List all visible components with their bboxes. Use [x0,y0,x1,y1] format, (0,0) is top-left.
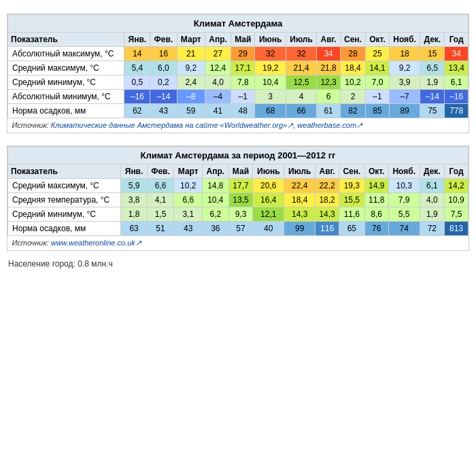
cell-r0-c0: 14 [124,47,150,61]
cell-r3-c1: –14 [150,90,177,104]
cell-r0-c8: 19,3 [339,179,365,193]
row-label-0: Средний максимум, °С [8,179,121,193]
table-row: Средний минимум, °С1,81,53,16,29,312,114… [8,207,469,222]
col-header-Янв.: Янв. [124,33,150,47]
cell-r4-c0: 62 [124,104,150,118]
cell-r2-c5: 12,1 [253,207,284,222]
col-header-Фев.: Фев. [150,33,177,47]
cell-r2-c8: 10,2 [340,75,365,90]
table1-source-link2[interactable]: weatherbase.com↗ [297,121,362,129]
cell-r4-c8: 82 [340,104,365,118]
table-row: Средний минимум, °С0,50,22,44,07,810,412… [8,75,469,90]
table1-source-link1[interactable]: Климатические данные Амстердама на сайте… [51,121,294,129]
cell-r3-c1: 51 [147,222,174,236]
col-header-Окт.: Окт. [366,33,390,47]
cell-r3-c4: 57 [228,222,253,236]
table1-caption: Климат Амстердама [8,15,469,33]
cell-r2-c2: 2,4 [177,75,205,90]
cell-r2-c9: 7,0 [366,75,390,90]
cell-r2-c10: 5,5 [388,207,420,222]
col-header-Авг.: Авг. [316,165,339,179]
cell-r0-c7: 34 [317,47,341,61]
cell-r3-c0: –16 [124,90,150,104]
cell-r2-c10: 3,9 [389,75,420,90]
cell-r0-c9: 25 [366,47,390,61]
col-header-Год: Год [445,33,469,47]
table1-source: Источник: Климатические данные Амстердам… [8,118,469,133]
cell-r4-c11: 75 [420,104,445,118]
cell-r2-c0: 1,8 [121,207,147,222]
row-label-2: Средний минимум, °С [8,75,124,90]
cell-r2-c0: 0,5 [124,75,150,90]
cell-r2-c6: 14,3 [284,207,316,222]
cell-r2-c11: 1,9 [420,207,444,222]
table2-caption: Климат Амстердама за период 2001—2012 гг [8,147,469,165]
table-row: Норма осадков, мм62435941486866618285897… [8,104,469,118]
table2: Климат Амстердама за период 2001—2012 гг… [7,146,469,250]
col-header-Окт.: Окт. [364,165,388,179]
col-header-Нояб.: Нояб. [389,33,420,47]
col-header-Апр.: Апр. [203,165,228,179]
cell-r4-c5: 68 [255,104,286,118]
col-header-Сен.: Сен. [339,165,365,179]
cell-r0-c12: 14,2 [445,179,469,193]
col-header-Фев.: Фев. [147,165,174,179]
cell-r4-c7: 61 [317,104,341,118]
cell-r3-c3: 36 [203,222,228,236]
col-header-Июнь: Июнь [255,33,286,47]
cell-r2-c11: 1,9 [420,75,445,90]
row-label-2: Средний минимум, °С [8,207,121,222]
cell-r2-c9: 8,6 [364,207,388,222]
cell-r1-c0: 5,4 [124,61,150,75]
cell-r3-c9: 76 [364,222,388,236]
cell-r3-c7: 116 [316,222,339,236]
cell-r0-c0: 5,9 [121,179,147,193]
cell-r1-c7: 18,2 [316,193,339,207]
table2-source-link[interactable]: www.weatheronline.co.uk↗ [51,239,141,247]
table2-source: Источник: www.weatheronline.co.uk↗ [8,236,469,251]
cell-r1-c9: 11,8 [364,193,388,207]
cell-r1-c11: 6,5 [420,61,445,75]
cell-r3-c6: 4 [286,90,316,104]
cell-r4-c4: 48 [231,104,255,118]
cell-r2-c7: 14,3 [316,207,339,222]
row-label-3: Норма осадков, мм [8,222,121,236]
cell-r0-c3: 27 [205,47,231,61]
cell-r0-c4: 17,7 [228,179,253,193]
cell-r2-c12: 7,5 [445,207,469,222]
cell-r4-c9: 85 [366,104,390,118]
cell-r2-c7: 12,3 [317,75,341,90]
cell-r2-c2: 3,1 [174,207,203,222]
cell-r4-c6: 66 [286,104,316,118]
cell-r3-c10: 74 [388,222,420,236]
table1: Климат Амстердама ПоказательЯнв.Фев.Март… [7,14,469,133]
col-header-Март: Март [177,33,205,47]
cell-r0-c6: 32 [286,47,316,61]
cell-r0-c5: 32 [255,47,286,61]
cell-r2-c3: 4,0 [205,75,231,90]
cell-r2-c6: 12,5 [286,75,316,90]
cell-r1-c2: 9,2 [177,61,205,75]
cell-r2-c4: 9,3 [228,207,253,222]
cell-r1-c0: 3,8 [121,193,147,207]
page-container: Климат Амстердама ПоказательЯнв.Фев.Март… [7,14,469,271]
col-header-Июль: Июль [284,165,316,179]
cell-r3-c8: 2 [340,90,365,104]
cell-r0-c11: 6,1 [420,179,444,193]
cell-r3-c12: –16 [445,90,469,104]
table1-wrapper: Климат Амстердама ПоказательЯнв.Фев.Март… [7,14,469,133]
cell-r3-c6: 99 [284,222,316,236]
table-row: Абсолютный минимум, °С–16–14–8–4–13462–1… [8,90,469,104]
cell-r1-c4: 17,1 [231,61,255,75]
cell-r2-c4: 7,8 [231,75,255,90]
col-header-Май: Май [231,33,255,47]
cell-r0-c2: 21 [177,47,205,61]
cell-r1-c2: 6,6 [174,193,203,207]
cell-r1-c6: 21,4 [286,61,316,75]
cell-r0-c12: 34 [445,47,469,61]
cell-r1-c6: 18,4 [284,193,316,207]
cell-r1-c4: 13,5 [228,193,253,207]
col-header-Янв.: Янв. [121,165,147,179]
col-header-Май: Май [228,165,253,179]
cell-r3-c7: 6 [317,90,341,104]
